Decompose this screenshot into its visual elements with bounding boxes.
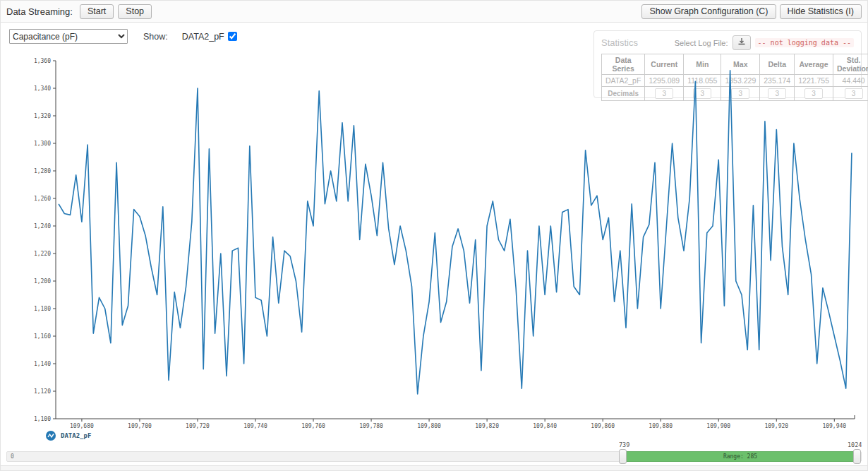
svg-text:1,180: 1,180 [34, 306, 51, 312]
svg-text:1,200: 1,200 [34, 278, 51, 285]
series-name-label: DATA2_pF [182, 32, 224, 42]
col-header-data-series: Data Series [602, 54, 645, 75]
svg-text:109,680: 109,680 [70, 423, 94, 429]
statistics-table: Data Series Current Min Max Delta Averag… [601, 54, 868, 101]
top-toolbar: Data Streaming: Start Stop Show Graph Co… [1, 1, 867, 23]
svg-text:1,120: 1,120 [34, 388, 51, 395]
hide-statistics-button[interactable]: Hide Statistics (I) [780, 4, 862, 19]
decimals-input-std-deviation[interactable] [845, 88, 863, 99]
table-header-row: Data Series Current Min Max Delta Averag… [602, 54, 868, 75]
data-streaming-label: Data Streaming: [6, 6, 73, 17]
decimals-label: Decimals [602, 87, 645, 101]
logging-status-badge: -- not logging data -- [755, 38, 854, 47]
svg-text:109,700: 109,700 [128, 423, 152, 429]
stop-button[interactable]: Stop [118, 4, 152, 19]
svg-text:109,900: 109,900 [706, 423, 730, 429]
svg-text:109,940: 109,940 [822, 423, 846, 429]
chart-legend[interactable]: DATA2_pF [46, 431, 91, 441]
col-header-current: Current [645, 54, 684, 75]
min-value-cell: 1118.055 [684, 75, 721, 87]
col-header-min: Min [684, 54, 721, 75]
slider-selected-range[interactable]: Range: 285 [626, 451, 855, 462]
legend-series-label: DATA2_pF [61, 432, 91, 439]
decimals-row: Decimals [602, 87, 868, 101]
std-deviation-value-cell: 44.440 [833, 75, 868, 87]
series-name-cell: DATA2_pF [602, 75, 645, 87]
svg-text:1,140: 1,140 [34, 361, 51, 367]
decimals-input-delta[interactable] [768, 88, 786, 99]
col-header-delta: Delta [760, 54, 795, 75]
svg-text:1,280: 1,280 [34, 168, 51, 174]
measurement-select[interactable]: Capacitance (pF) [9, 29, 128, 44]
current-value-cell: 1295.089 [645, 75, 684, 87]
svg-text:109,920: 109,920 [764, 423, 788, 429]
app-window: Data Streaming: Start Stop Show Graph Co… [0, 0, 868, 471]
col-header-max: Max [721, 54, 760, 75]
show-label: Show: [143, 32, 168, 42]
slider-right-handle[interactable] [853, 449, 861, 464]
svg-text:109,800: 109,800 [417, 423, 441, 429]
slider-left-value: 739 [619, 441, 629, 448]
max-value-cell: 1353.229 [721, 75, 760, 87]
svg-text:109,740: 109,740 [243, 423, 267, 429]
svg-text:1,340: 1,340 [34, 85, 51, 92]
col-header-average: Average [795, 54, 833, 75]
download-icon [737, 37, 746, 48]
svg-text:1,320: 1,320 [34, 113, 51, 119]
statistics-panel: Statistics Select Log File: -- not loggi… [593, 30, 862, 98]
svg-text:109,880: 109,880 [649, 423, 673, 429]
col-header-std-deviation: Std. Deviation [833, 54, 868, 75]
select-log-file-label: Select Log File: [675, 39, 728, 47]
slider-range-label: Range: 285 [723, 453, 757, 460]
show-graph-configuration-button[interactable]: Show Graph Configuration (C) [641, 4, 776, 19]
decimals-input-max[interactable] [731, 88, 749, 99]
average-value-cell: 1221.755 [795, 75, 833, 87]
svg-text:1,240: 1,240 [34, 223, 51, 229]
svg-text:1,100: 1,100 [34, 416, 51, 422]
svg-text:1,300: 1,300 [34, 141, 51, 147]
decimals-input-average[interactable] [804, 88, 823, 99]
data-range-slider: 739 1024 0 Range: 285 [1, 440, 867, 467]
series-line-icon [46, 431, 56, 441]
slider-right-value: 1024 [848, 441, 862, 448]
select-log-file-button[interactable] [733, 35, 751, 50]
svg-text:1,260: 1,260 [34, 196, 51, 202]
svg-text:109,860: 109,860 [591, 423, 615, 429]
svg-text:1,220: 1,220 [34, 251, 51, 257]
slider-left-handle[interactable] [619, 449, 627, 464]
svg-text:1,360: 1,360 [34, 58, 51, 64]
statistics-title: Statistics [601, 37, 638, 48]
svg-text:109,840: 109,840 [533, 423, 557, 429]
svg-text:109,780: 109,780 [359, 423, 383, 429]
svg-text:109,820: 109,820 [475, 423, 499, 429]
series-visibility-checkbox[interactable] [228, 32, 237, 41]
table-row: DATA2_pF 1295.089 1118.055 1353.229 235.… [602, 75, 868, 87]
decimals-input-min[interactable] [693, 88, 711, 99]
svg-text:109,760: 109,760 [301, 423, 325, 429]
chart-controls: Capacitance (pF) Show: DATA2_pF [9, 29, 237, 44]
svg-text:109,720: 109,720 [186, 423, 210, 429]
decimals-input-current[interactable] [655, 88, 673, 99]
slider-min-label: 0 [11, 453, 14, 460]
delta-value-cell: 235.174 [760, 75, 795, 87]
start-button[interactable]: Start [80, 4, 114, 19]
svg-text:1,160: 1,160 [34, 333, 51, 340]
